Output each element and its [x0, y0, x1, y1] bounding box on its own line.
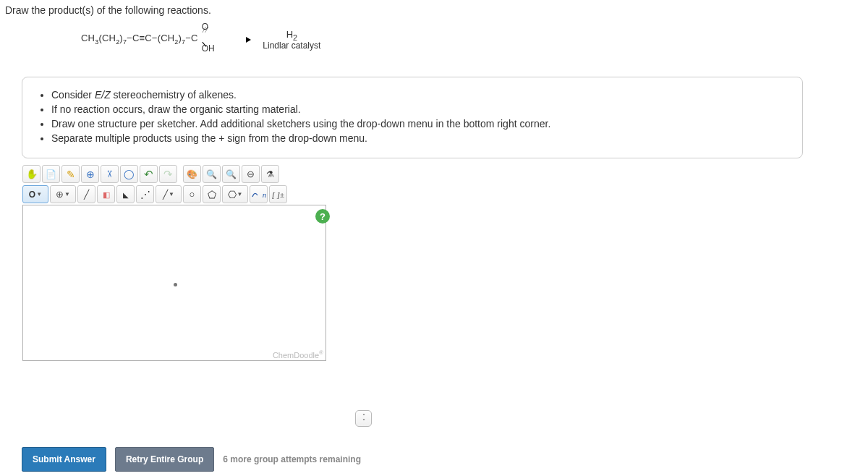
search-tool[interactable] [203, 165, 221, 183]
lasso-tool[interactable] [120, 165, 138, 183]
chevron-down-icon: ˅ [362, 419, 365, 424]
pentagon-tool[interactable] [203, 185, 221, 203]
wedge-icon [123, 190, 129, 200]
dash-tool[interactable] [136, 185, 154, 203]
sketcher: O ▼ ▼ ▼ ▼ n [ [22, 165, 326, 361]
chemdoodle-brand: ChemDoodle® [273, 349, 323, 360]
reactant-part: CH [81, 33, 95, 43]
bond-dropdown[interactable]: ▼ [156, 185, 182, 203]
footer: Submit Answer Retry Entire Group 6 more … [22, 447, 361, 472]
sn-tool[interactable]: n [250, 185, 268, 203]
reaction-scheme: CH3(CH2)7−C≡C−(CH2)7−C O OH H2 Lindlar c… [81, 33, 292, 46]
sketcher-canvas[interactable] [22, 205, 326, 361]
element-picker[interactable]: O ▼ [22, 185, 48, 203]
element-label: O [29, 190, 35, 200]
zoom-out-tool[interactable] [242, 165, 260, 183]
plus-icon [56, 189, 64, 200]
center-tool[interactable] [81, 165, 99, 183]
reactant-part: (CH [98, 33, 116, 43]
zoom-in-tool[interactable] [222, 165, 240, 183]
ez-italic: E/Z [95, 89, 111, 101]
clean-tool[interactable] [261, 165, 279, 183]
attempts-remaining: 6 more group attempts remaining [223, 454, 361, 464]
instruction-item: If no reaction occurs, draw the organic … [51, 103, 788, 116]
help-button[interactable]: ? [315, 209, 330, 224]
zoom-out-icon [247, 169, 255, 179]
reactant-formula: CH3(CH2)7−C≡C−(CH2)7−C O OH [81, 33, 201, 46]
open-tool[interactable] [42, 165, 60, 183]
target-icon [86, 169, 95, 180]
instruction-item: Consider E/Z stereochemistry of alkenes. [51, 88, 788, 102]
redo-tool[interactable] [159, 165, 177, 183]
redo-icon [163, 168, 173, 181]
erase-tool[interactable] [97, 185, 115, 203]
sketcher-toolbar: O ▼ ▼ ▼ ▼ n [ [22, 165, 326, 203]
question-prompt: Draw the product(s) of the following rea… [5, 4, 211, 16]
pencil-icon [67, 169, 75, 180]
add-tool[interactable]: ▼ [50, 185, 76, 203]
undo-icon [144, 168, 153, 181]
palette-tool[interactable] [183, 165, 201, 183]
reactant-part: −C [185, 33, 197, 43]
catalyst-label: Lindlar catalyst [250, 41, 333, 51]
cut-tool[interactable] [101, 165, 119, 183]
ring-tool[interactable] [183, 185, 201, 203]
instructions-box: Consider E/Z stereochemistry of alkenes.… [22, 77, 803, 158]
hexagon-dropdown[interactable]: ▼ [222, 185, 248, 203]
dropdown-caret-icon: ▼ [237, 191, 243, 197]
single-bond-tool[interactable] [77, 185, 95, 203]
charge-label: [ ]± [272, 190, 284, 199]
pentagon-icon [208, 189, 216, 200]
scissors-icon [106, 169, 114, 179]
retry-group-button[interactable]: Retry Entire Group [115, 447, 214, 472]
zoom-in-icon [226, 169, 237, 179]
canvas-atom-dot[interactable] [174, 283, 177, 286]
bond-icon [163, 190, 168, 200]
charge-tool[interactable]: [ ]± [269, 185, 287, 203]
dropdown-caret-icon: ▼ [64, 191, 70, 197]
instruction-item: Separate multiple products using the + s… [51, 132, 788, 145]
bond-icon [84, 190, 89, 200]
reactant-part: −C≡C−(CH [127, 33, 174, 43]
reagent-h2: H [286, 29, 293, 40]
instruction-item: Draw one structure per sketcher. Add add… [51, 117, 788, 131]
sn-label: n [263, 190, 267, 199]
hydroxyl: OH [202, 43, 215, 54]
submit-answer-button[interactable]: Submit Answer [22, 447, 106, 472]
dash-icon [140, 189, 150, 200]
ring-icon [190, 189, 195, 200]
hand-icon [26, 169, 38, 179]
palette-icon [187, 169, 197, 179]
hexagon-icon [228, 189, 237, 200]
hand-tool[interactable] [22, 165, 41, 183]
search-icon [206, 169, 217, 179]
flask-icon [266, 169, 274, 179]
eraser-icon [103, 190, 110, 200]
dropdown-caret-icon: ▼ [36, 191, 42, 197]
dropdown-caret-icon: ▼ [169, 191, 174, 197]
edit-tool[interactable] [61, 165, 80, 183]
wedge-tool[interactable] [116, 185, 135, 203]
document-icon [46, 169, 56, 179]
carboxyl-group: O OH [199, 33, 202, 44]
sketcher-spinner[interactable]: ˄ ˅ [355, 410, 372, 427]
undo-tool[interactable] [140, 165, 158, 183]
